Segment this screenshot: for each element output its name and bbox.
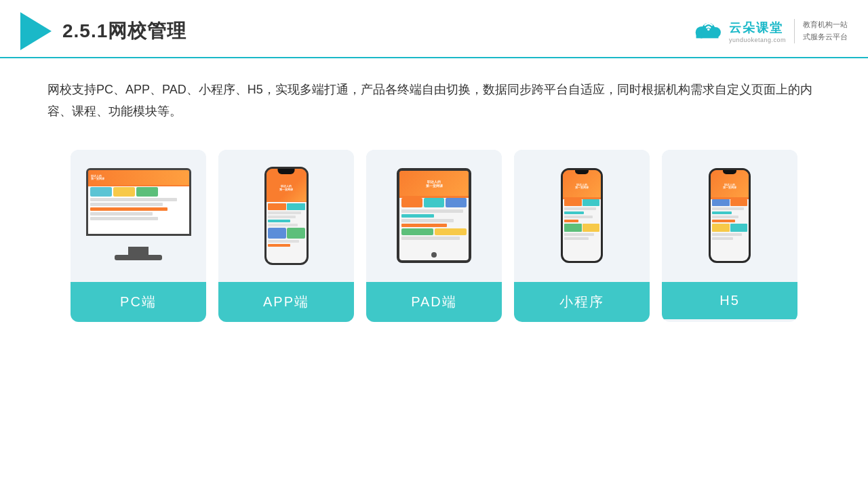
- mini-phone-body: [563, 197, 601, 243]
- mini-phone-screen: 职达人的第一堂网课: [563, 170, 601, 261]
- card-pc-label: PC端: [71, 282, 206, 322]
- h5-phone-device-icon: 职达人的第一堂网课: [709, 168, 751, 263]
- brand-slogan: 教育机构一站 式服务云平台: [803, 19, 848, 43]
- card-app: 职达人的第一堂网课: [218, 150, 354, 322]
- tablet-header: 职达人的第一堂网课: [399, 171, 469, 196]
- svg-point-4: [707, 28, 709, 30]
- svg-rect-3: [696, 33, 718, 39]
- brand-icon: 云朵课堂 yunduoketang.com: [690, 19, 786, 43]
- tablet-home-button: [431, 252, 437, 258]
- card-miniprogram-image: 职达人的第一堂网课: [514, 150, 650, 282]
- h5-phone-screen: 职达人的第一堂网课: [711, 170, 749, 261]
- h5-phone-notch: [723, 170, 736, 174]
- phone-body: [267, 201, 307, 250]
- card-h5-label: H5: [662, 282, 797, 319]
- card-app-image: 职达人的第一堂网课: [218, 150, 354, 282]
- brand-name-cn: 云朵课堂 yunduoketang.com: [729, 20, 786, 43]
- card-pad-label: PAD端: [366, 282, 502, 322]
- header: 2.5.1网校管理 云朵课堂 yunduoketang.com 教育机构一站: [0, 0, 868, 58]
- brand-divider: [794, 19, 795, 43]
- pc-monitor: 职达人的第一堂网课: [86, 168, 191, 236]
- card-pad-image: 职达人的第一堂网课: [366, 150, 502, 282]
- card-h5-image: 职达人的第一堂网课: [662, 150, 797, 282]
- description-text: 网校支持PC、APP、PAD、小程序、H5，实现多端打通，产品各终端自由切换，数…: [0, 58, 868, 129]
- pc-base: [115, 255, 162, 260]
- card-app-label: APP端: [218, 282, 354, 322]
- miniprogram-phone-device-icon: 职达人的第一堂网课: [561, 168, 603, 263]
- page-title: 2.5.1网校管理: [62, 18, 186, 44]
- tablet-body: [399, 196, 469, 243]
- cards-container: 职达人的第一堂网课: [0, 129, 868, 342]
- phone-notch: [278, 169, 295, 174]
- pc-stand: [128, 247, 149, 255]
- header-left: 2.5.1网校管理: [20, 12, 186, 50]
- pc-screen: 职达人的第一堂网课: [88, 170, 189, 234]
- page-name: 网校管理: [108, 20, 186, 41]
- pad-tablet-device-icon: 职达人的第一堂网课: [397, 168, 471, 263]
- phone-screen: 职达人的第一堂网课: [267, 169, 307, 263]
- tablet-screen: 职达人的第一堂网课: [399, 171, 469, 260]
- cloud-logo-icon: [690, 19, 725, 43]
- logo-triangle-icon: [20, 12, 52, 50]
- card-pc-image: 职达人的第一堂网课: [71, 150, 206, 282]
- pc-device-icon: 职达人的第一堂网课: [83, 161, 195, 270]
- h5-phone-body: [711, 197, 749, 243]
- card-h5: 职达人的第一堂网课: [662, 150, 797, 322]
- card-pc: 职达人的第一堂网课: [71, 150, 206, 322]
- card-miniprogram: 职达人的第一堂网课: [514, 150, 650, 322]
- page-number: 2.5.1: [62, 20, 108, 41]
- mini-phone-header: 职达人的第一堂网课: [563, 170, 601, 197]
- card-pad: 职达人的第一堂网课: [366, 150, 502, 322]
- brand-area: 云朵课堂 yunduoketang.com 教育机构一站 式服务云平台: [690, 19, 848, 43]
- app-phone-device-icon: 职达人的第一堂网课: [264, 167, 309, 265]
- card-miniprogram-label: 小程序: [514, 282, 650, 322]
- mini-phone-notch: [575, 170, 589, 174]
- h5-phone-header: 职达人的第一堂网课: [711, 170, 749, 197]
